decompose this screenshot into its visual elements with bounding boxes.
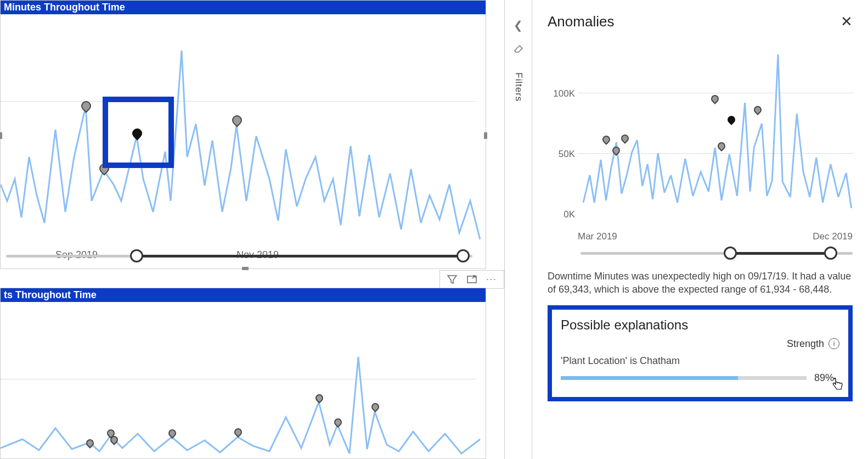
- strength-fill: [561, 376, 738, 380]
- more-options-icon[interactable]: ···: [485, 273, 498, 286]
- pane-title: Anomalies: [548, 13, 614, 30]
- line-series: [548, 38, 853, 230]
- filters-pane-collapsed[interactable]: ❮ Filters: [505, 0, 532, 459]
- cursor-hand-icon: [831, 377, 844, 396]
- strength-meter: 89%: [561, 372, 839, 384]
- filters-pane-label: Filters: [513, 72, 524, 102]
- line-series: [1, 14, 487, 245]
- info-icon[interactable]: i: [828, 338, 839, 349]
- selection-highlight: [103, 97, 174, 168]
- overview-range-slider[interactable]: [580, 245, 853, 262]
- x-tick-label: Mar 2019: [578, 231, 617, 242]
- visual-title: ts Throughout Time: [1, 288, 486, 302]
- anomaly-description: Downtime Minutes was unexpectedly high o…: [548, 270, 853, 296]
- visual-title: Minutes Throughout Time: [1, 1, 486, 14]
- line-series: [1, 302, 487, 456]
- eraser-icon[interactable]: [513, 43, 524, 56]
- time-range-slider[interactable]: [6, 248, 472, 265]
- slider-active: [730, 252, 831, 255]
- report-canvas: Minutes Throughout Time Sep 2019 Nov 201…: [0, 0, 505, 459]
- anomaly-overview-chart[interactable]: 100K 50K 0K Mar 2019 Dec 2019: [548, 38, 853, 230]
- explanation-item-text[interactable]: 'Plant Location' is Chatham: [561, 355, 839, 367]
- visual-downtime-minutes[interactable]: Minutes Throughout Time Sep 2019 Nov 201…: [0, 0, 486, 269]
- close-icon[interactable]: ✕: [841, 13, 853, 30]
- slider-thumb-end[interactable]: [824, 247, 837, 260]
- slider-thumb-start[interactable]: [130, 249, 143, 262]
- resize-handle[interactable]: [242, 267, 249, 270]
- anomalies-pane: Anomalies ✕ 100K 50K 0K Mar 2019 Dec 201…: [532, 0, 868, 459]
- visual-action-bar: ···: [439, 270, 504, 289]
- strength-label: Strength: [787, 338, 824, 350]
- focus-mode-icon[interactable]: [465, 273, 478, 286]
- possible-explanations-card: Possible explanations Strength i 'Plant …: [548, 305, 853, 401]
- slider-thumb-end[interactable]: [456, 249, 470, 262]
- explanations-heading: Possible explanations: [561, 317, 839, 333]
- chevron-left-icon[interactable]: ❮: [514, 19, 523, 32]
- filter-icon[interactable]: [446, 273, 459, 286]
- slider-thumb-start[interactable]: [724, 247, 737, 260]
- visual-secondary[interactable]: ts Throughout Time: [0, 288, 486, 459]
- x-tick-label: Dec 2019: [813, 231, 853, 242]
- chart-body[interactable]: [1, 302, 486, 456]
- slider-active: [137, 255, 463, 258]
- chart-body[interactable]: Sep 2019 Nov 2019: [1, 14, 486, 245]
